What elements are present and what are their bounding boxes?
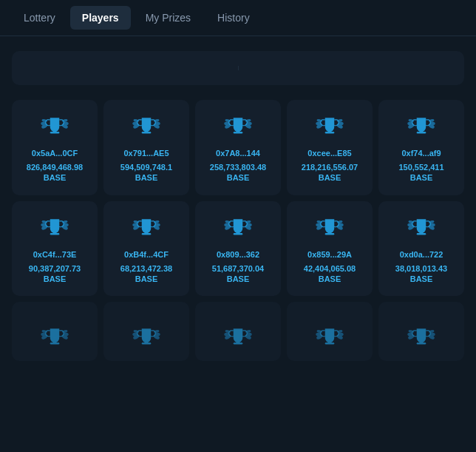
trophy-icon xyxy=(313,112,346,144)
svg-rect-31 xyxy=(325,132,335,134)
svg-rect-95 xyxy=(142,343,152,345)
svg-rect-62 xyxy=(237,228,240,232)
player-amount: 594,509,748.1BASE xyxy=(120,162,172,183)
svg-rect-87 xyxy=(50,343,60,345)
player-card[interactable]: 0x7A8...144 258,733,803.48BASE xyxy=(195,100,281,195)
svg-rect-110 xyxy=(328,338,332,343)
svg-rect-7 xyxy=(50,132,60,134)
trophy-icon xyxy=(222,112,254,144)
svg-rect-6 xyxy=(53,127,57,132)
player-card[interactable]: 0xcee...E85 218,216,556.07BASE xyxy=(287,100,373,195)
svg-rect-14 xyxy=(145,127,149,132)
player-card[interactable] xyxy=(12,302,98,361)
trophy-icon xyxy=(130,112,163,144)
svg-rect-103 xyxy=(234,343,243,345)
player-amount: 42,404,065.08BASE xyxy=(304,263,356,285)
player-card[interactable] xyxy=(287,302,373,361)
player-address: 0x7A8...144 xyxy=(216,149,260,158)
svg-rect-55 xyxy=(142,233,152,235)
player-card[interactable] xyxy=(195,302,281,361)
svg-rect-63 xyxy=(234,233,243,235)
svg-rect-94 xyxy=(145,338,149,343)
tab-my-prizes[interactable]: My Prizes xyxy=(134,6,203,30)
player-amount: 38,018,013.43BASE xyxy=(395,263,447,285)
player-card[interactable]: 0xC4f...73E 90,387,207.73BASE xyxy=(12,201,98,297)
svg-rect-119 xyxy=(417,343,426,345)
svg-rect-38 xyxy=(420,127,424,132)
tab-lottery[interactable]: Lottery xyxy=(12,6,67,30)
player-amount: 826,849,468.98BASE xyxy=(27,162,83,183)
svg-rect-39 xyxy=(417,132,426,134)
tab-players[interactable]: Players xyxy=(70,6,131,30)
player-card[interactable] xyxy=(378,302,464,361)
player-address: 0xd0a...722 xyxy=(400,250,443,259)
stats-row xyxy=(12,51,464,85)
player-card[interactable]: 0xB4f...4CF 68,213,472.38BASE xyxy=(103,201,189,297)
trophy-icon xyxy=(313,213,346,246)
svg-rect-86 xyxy=(53,338,57,343)
player-card[interactable] xyxy=(103,302,189,361)
player-card[interactable]: 0x859...29A 42,404,065.08BASE xyxy=(287,201,373,297)
svg-rect-111 xyxy=(325,343,335,345)
player-card[interactable]: 0xd0a...722 38,018,013.43BASE xyxy=(378,201,464,297)
svg-rect-71 xyxy=(325,233,335,235)
player-address: 0x809...362 xyxy=(217,250,259,259)
svg-rect-54 xyxy=(145,228,149,232)
tab-history[interactable]: History xyxy=(205,6,262,30)
player-amount: 258,733,803.48BASE xyxy=(210,162,266,183)
svg-rect-78 xyxy=(420,228,424,232)
player-amount: 90,387,207.73BASE xyxy=(29,263,81,285)
trophy-icon xyxy=(313,323,346,355)
player-amount: 51,687,370.04BASE xyxy=(212,263,264,285)
trophy-icon xyxy=(38,213,71,246)
player-address: 0xB4f...4CF xyxy=(124,250,169,259)
trophy-icon xyxy=(222,213,254,246)
player-card[interactable]: 0x791...AE5 594,509,748.1BASE xyxy=(103,100,189,195)
player-address: 0xcee...E85 xyxy=(307,149,351,158)
player-address: 0x791...AE5 xyxy=(123,149,169,158)
player-amount: 150,552,411BASE xyxy=(398,162,443,183)
total-wagered-block xyxy=(12,66,239,70)
svg-rect-46 xyxy=(53,228,57,232)
player-address: 0xf74...af9 xyxy=(401,149,441,158)
player-address: 0x5aA...0CF xyxy=(32,149,78,158)
trophy-icon xyxy=(405,112,438,144)
svg-rect-47 xyxy=(50,233,60,235)
players-grid: 0x5aA...0CF 826,849,468.98BASE 0x791...A… xyxy=(0,100,476,373)
player-address: 0x859...29A xyxy=(307,250,352,259)
trophy-icon xyxy=(38,323,71,355)
trophy-icon xyxy=(130,213,163,246)
trophy-icon xyxy=(222,323,254,355)
svg-rect-118 xyxy=(420,338,424,343)
player-card[interactable]: 0x5aA...0CF 826,849,468.98BASE xyxy=(12,100,98,195)
svg-rect-79 xyxy=(417,233,426,235)
svg-rect-70 xyxy=(328,228,332,232)
trophy-icon xyxy=(130,323,163,355)
svg-rect-102 xyxy=(237,338,240,343)
player-card[interactable]: 0xf74...af9 150,552,411BASE xyxy=(378,100,464,195)
player-amount: 68,213,472.38BASE xyxy=(120,263,172,285)
svg-rect-22 xyxy=(237,127,240,132)
player-amount: 218,216,556.07BASE xyxy=(302,162,358,183)
trophy-icon xyxy=(405,213,438,246)
tab-bar: LotteryPlayersMy PrizesHistory xyxy=(0,0,476,36)
player-card[interactable]: 0x809...362 51,687,370.04BASE xyxy=(195,201,281,297)
total-players-block xyxy=(239,66,465,70)
trophy-icon xyxy=(38,112,71,144)
player-address: 0xC4f...73E xyxy=(33,250,77,259)
svg-rect-15 xyxy=(142,132,152,134)
svg-rect-23 xyxy=(234,132,243,134)
trophy-icon xyxy=(405,323,438,355)
svg-rect-30 xyxy=(328,127,332,132)
